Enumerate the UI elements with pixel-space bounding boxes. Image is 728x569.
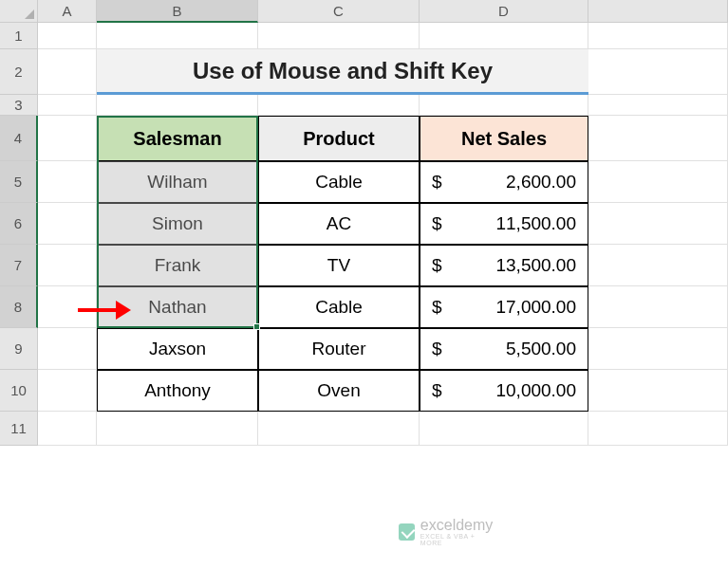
row-header-4[interactable]: 4 [0,116,38,161]
currency-symbol: $ [432,339,442,359]
sales-value: 13,500.00 [495,255,576,276]
watermark: exceldemy EXCEL & VBA + MORE [399,518,494,546]
cell-product[interactable]: Cable [258,161,420,203]
col-header-c[interactable]: C [258,0,420,23]
cell-product[interactable]: TV [258,245,420,286]
currency-symbol: $ [432,213,442,234]
row-header-2[interactable]: 2 [0,49,38,95]
page-title[interactable]: Use of Mouse and Shift Key [97,49,588,95]
cell-sales[interactable]: $5,500.00 [420,328,588,370]
cell-sales[interactable]: $17,000.00 [420,286,588,328]
watermark-subtitle: EXCEL & VBA + MORE [420,533,495,546]
cell-product[interactable]: AC [258,203,420,245]
col-header-b[interactable]: B [97,0,258,23]
cell-sales[interactable]: $2,600.00 [420,161,588,203]
annotation-arrow-icon [78,301,131,320]
table-row: Anthony Oven $10,000.00 [97,370,588,412]
table-row: Nathan Cable $17,000.00 [97,286,588,328]
watermark-text: exceldemy [420,518,495,533]
cell-salesman[interactable]: Anthony [97,370,258,412]
currency-symbol: $ [432,380,442,401]
row-header-5[interactable]: 5 [0,161,38,203]
cell-product[interactable]: Oven [258,370,420,412]
col-header-d[interactable]: D [420,0,588,23]
table-row: Jaxson Router $5,500.00 [97,328,588,370]
cell-salesman[interactable]: Wilham [97,161,258,203]
spreadsheet-view: A B C D 1 2 3 4 5 6 7 8 9 10 11 U [0,0,728,569]
sales-value: 10,000.00 [495,380,576,401]
select-all-corner[interactable] [0,0,38,23]
cell-salesman[interactable]: Jaxson [97,328,258,370]
currency-symbol: $ [432,297,442,318]
header-net-sales[interactable]: Net Sales [420,116,588,161]
row-header-7[interactable]: 7 [0,245,38,286]
sales-value: 2,600.00 [506,172,576,193]
row-header-11[interactable]: 11 [0,412,38,446]
col-header-a[interactable]: A [38,0,97,23]
cell-sales[interactable]: $10,000.00 [420,370,588,412]
row-header-3[interactable]: 3 [0,95,38,116]
watermark-icon [399,523,415,541]
row-header-10[interactable]: 10 [0,370,38,412]
cell-sales[interactable]: $13,500.00 [420,245,588,286]
table-row: Frank TV $13,500.00 [97,245,588,286]
header-salesman[interactable]: Salesman [97,116,258,161]
row-header-9[interactable]: 9 [0,328,38,370]
cell-product[interactable]: Router [258,328,420,370]
currency-symbol: $ [432,255,442,276]
data-table: Salesman Product Net Sales Wilham Cable … [97,116,588,412]
sales-value: 5,500.00 [506,339,576,359]
table-header-row: Salesman Product Net Sales [97,116,588,161]
row-header-6[interactable]: 6 [0,203,38,245]
row-header-1[interactable]: 1 [0,23,38,49]
table-row: Simon AC $11,500.00 [97,203,588,245]
sales-value: 11,500.00 [495,213,576,234]
header-product[interactable]: Product [258,116,420,161]
cell-salesman[interactable]: Frank [97,245,258,286]
table-row: Wilham Cable $2,600.00 [97,161,588,203]
column-headers: A B C D [0,0,728,23]
col-header-e[interactable] [588,0,728,23]
cell-product[interactable]: Cable [258,286,420,328]
currency-symbol: $ [432,172,442,193]
cell-salesman[interactable]: Simon [97,203,258,245]
sales-value: 17,000.00 [495,297,576,318]
cell-sales[interactable]: $11,500.00 [420,203,588,245]
row-header-8[interactable]: 8 [0,286,38,328]
row-headers: 1 2 3 4 5 6 7 8 9 10 11 [0,23,38,446]
